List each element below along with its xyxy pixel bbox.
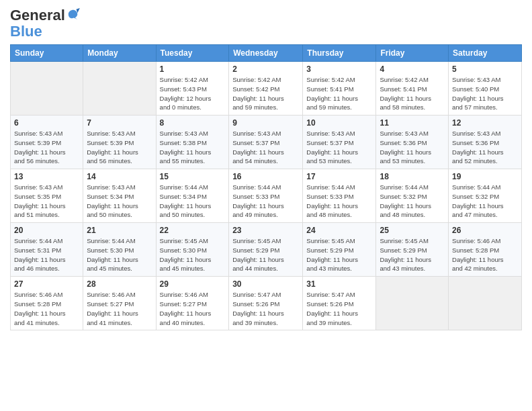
table-row: 19Sunrise: 5:44 AM Sunset: 5:32 PM Dayli… bbox=[449, 169, 522, 223]
logo: General Blue bbox=[10, 7, 80, 40]
day-info: Sunrise: 5:44 AM Sunset: 5:31 PM Dayligh… bbox=[14, 236, 79, 273]
day-number: 16 bbox=[232, 172, 299, 181]
day-info: Sunrise: 5:43 AM Sunset: 5:34 PM Dayligh… bbox=[87, 183, 152, 220]
calendar-week-row: 27Sunrise: 5:46 AM Sunset: 5:28 PM Dayli… bbox=[11, 277, 522, 330]
day-number: 24 bbox=[306, 226, 372, 235]
day-number: 7 bbox=[87, 118, 152, 128]
day-number: 29 bbox=[160, 279, 226, 289]
table-row: 22Sunrise: 5:45 AM Sunset: 5:30 PM Dayli… bbox=[156, 223, 229, 277]
table-row bbox=[449, 277, 522, 330]
day-info: Sunrise: 5:46 AM Sunset: 5:28 PM Dayligh… bbox=[452, 236, 518, 273]
day-info: Sunrise: 5:43 AM Sunset: 5:38 PM Dayligh… bbox=[160, 129, 226, 166]
calendar-week-row: 13Sunrise: 5:43 AM Sunset: 5:35 PM Dayli… bbox=[11, 169, 522, 223]
day-number: 8 bbox=[160, 118, 226, 128]
day-number: 17 bbox=[306, 172, 372, 181]
table-row: 31Sunrise: 5:47 AM Sunset: 5:26 PM Dayli… bbox=[303, 277, 376, 330]
table-row: 2Sunrise: 5:42 AM Sunset: 5:42 PM Daylig… bbox=[229, 62, 303, 116]
day-number: 6 bbox=[14, 118, 79, 128]
day-number: 12 bbox=[452, 118, 518, 128]
day-info: Sunrise: 5:43 AM Sunset: 5:37 PM Dayligh… bbox=[306, 129, 372, 166]
day-number: 5 bbox=[452, 64, 518, 74]
col-header-sunday: Sunday bbox=[11, 45, 83, 62]
page: General Blue SundayMondayTuesdayWednesda… bbox=[0, 0, 532, 411]
day-info: Sunrise: 5:47 AM Sunset: 5:26 PM Dayligh… bbox=[232, 290, 299, 327]
table-row: 11Sunrise: 5:43 AM Sunset: 5:36 PM Dayli… bbox=[376, 116, 449, 169]
logo-bird-icon bbox=[66, 8, 80, 20]
day-info: Sunrise: 5:43 AM Sunset: 5:40 PM Dayligh… bbox=[452, 75, 518, 112]
day-info: Sunrise: 5:42 AM Sunset: 5:41 PM Dayligh… bbox=[306, 75, 372, 112]
calendar-week-row: 1Sunrise: 5:42 AM Sunset: 5:43 PM Daylig… bbox=[11, 62, 522, 116]
day-info: Sunrise: 5:44 AM Sunset: 5:30 PM Dayligh… bbox=[87, 236, 152, 273]
table-row bbox=[376, 277, 449, 330]
day-number: 13 bbox=[14, 172, 79, 181]
table-row: 5Sunrise: 5:43 AM Sunset: 5:40 PM Daylig… bbox=[449, 62, 522, 116]
day-info: Sunrise: 5:43 AM Sunset: 5:39 PM Dayligh… bbox=[87, 129, 152, 166]
table-row: 20Sunrise: 5:44 AM Sunset: 5:31 PM Dayli… bbox=[11, 223, 83, 277]
table-row: 14Sunrise: 5:43 AM Sunset: 5:34 PM Dayli… bbox=[83, 169, 156, 223]
logo-general: General bbox=[10, 7, 65, 24]
table-row: 28Sunrise: 5:46 AM Sunset: 5:27 PM Dayli… bbox=[83, 277, 156, 330]
day-info: Sunrise: 5:46 AM Sunset: 5:27 PM Dayligh… bbox=[87, 290, 152, 327]
table-row: 30Sunrise: 5:47 AM Sunset: 5:26 PM Dayli… bbox=[229, 277, 303, 330]
day-number: 9 bbox=[232, 118, 299, 128]
table-row: 24Sunrise: 5:45 AM Sunset: 5:29 PM Dayli… bbox=[303, 223, 376, 277]
calendar-header-row: SundayMondayTuesdayWednesdayThursdayFrid… bbox=[11, 45, 522, 62]
calendar-week-row: 6Sunrise: 5:43 AM Sunset: 5:39 PM Daylig… bbox=[11, 116, 522, 169]
col-header-monday: Monday bbox=[83, 45, 156, 62]
day-info: Sunrise: 5:43 AM Sunset: 5:36 PM Dayligh… bbox=[380, 129, 445, 166]
table-row: 13Sunrise: 5:43 AM Sunset: 5:35 PM Dayli… bbox=[11, 169, 83, 223]
day-number: 25 bbox=[380, 226, 445, 235]
day-info: Sunrise: 5:42 AM Sunset: 5:42 PM Dayligh… bbox=[232, 75, 299, 112]
day-info: Sunrise: 5:44 AM Sunset: 5:32 PM Dayligh… bbox=[380, 183, 445, 220]
table-row: 21Sunrise: 5:44 AM Sunset: 5:30 PM Dayli… bbox=[83, 223, 156, 277]
table-row: 7Sunrise: 5:43 AM Sunset: 5:39 PM Daylig… bbox=[83, 116, 156, 169]
table-row: 1Sunrise: 5:42 AM Sunset: 5:43 PM Daylig… bbox=[156, 62, 229, 116]
day-info: Sunrise: 5:42 AM Sunset: 5:43 PM Dayligh… bbox=[160, 75, 226, 112]
day-info: Sunrise: 5:43 AM Sunset: 5:36 PM Dayligh… bbox=[452, 129, 518, 166]
day-info: Sunrise: 5:45 AM Sunset: 5:30 PM Dayligh… bbox=[160, 236, 226, 273]
day-info: Sunrise: 5:44 AM Sunset: 5:33 PM Dayligh… bbox=[232, 183, 299, 220]
day-number: 30 bbox=[232, 279, 299, 289]
day-number: 26 bbox=[452, 226, 518, 235]
logo-blue: Blue bbox=[10, 23, 42, 40]
day-info: Sunrise: 5:43 AM Sunset: 5:39 PM Dayligh… bbox=[14, 129, 79, 166]
day-info: Sunrise: 5:43 AM Sunset: 5:37 PM Dayligh… bbox=[232, 129, 299, 166]
day-number: 1 bbox=[160, 64, 226, 74]
day-number: 20 bbox=[14, 226, 79, 235]
header: General Blue bbox=[10, 7, 522, 40]
day-number: 19 bbox=[452, 172, 518, 181]
day-info: Sunrise: 5:42 AM Sunset: 5:41 PM Dayligh… bbox=[380, 75, 445, 112]
day-info: Sunrise: 5:47 AM Sunset: 5:26 PM Dayligh… bbox=[306, 290, 372, 327]
table-row: 3Sunrise: 5:42 AM Sunset: 5:41 PM Daylig… bbox=[303, 62, 376, 116]
day-number: 3 bbox=[306, 64, 372, 74]
day-number: 21 bbox=[87, 226, 152, 235]
col-header-thursday: Thursday bbox=[303, 45, 376, 62]
table-row: 26Sunrise: 5:46 AM Sunset: 5:28 PM Dayli… bbox=[449, 223, 522, 277]
day-number: 28 bbox=[87, 279, 152, 289]
table-row: 18Sunrise: 5:44 AM Sunset: 5:32 PM Dayli… bbox=[376, 169, 449, 223]
table-row: 15Sunrise: 5:44 AM Sunset: 5:34 PM Dayli… bbox=[156, 169, 229, 223]
table-row bbox=[83, 62, 156, 116]
day-info: Sunrise: 5:44 AM Sunset: 5:32 PM Dayligh… bbox=[452, 183, 518, 220]
day-number: 22 bbox=[160, 226, 226, 235]
col-header-wednesday: Wednesday bbox=[229, 45, 303, 62]
day-info: Sunrise: 5:45 AM Sunset: 5:29 PM Dayligh… bbox=[306, 236, 372, 273]
table-row: 10Sunrise: 5:43 AM Sunset: 5:37 PM Dayli… bbox=[303, 116, 376, 169]
day-info: Sunrise: 5:46 AM Sunset: 5:27 PM Dayligh… bbox=[160, 290, 226, 327]
col-header-tuesday: Tuesday bbox=[156, 45, 229, 62]
calendar-week-row: 20Sunrise: 5:44 AM Sunset: 5:31 PM Dayli… bbox=[11, 223, 522, 277]
table-row: 4Sunrise: 5:42 AM Sunset: 5:41 PM Daylig… bbox=[376, 62, 449, 116]
day-info: Sunrise: 5:45 AM Sunset: 5:29 PM Dayligh… bbox=[380, 236, 445, 273]
table-row: 25Sunrise: 5:45 AM Sunset: 5:29 PM Dayli… bbox=[376, 223, 449, 277]
day-number: 14 bbox=[87, 172, 152, 181]
table-row bbox=[11, 62, 83, 116]
day-number: 10 bbox=[306, 118, 372, 128]
day-info: Sunrise: 5:45 AM Sunset: 5:29 PM Dayligh… bbox=[232, 236, 299, 273]
day-number: 11 bbox=[380, 118, 445, 128]
day-number: 23 bbox=[232, 226, 299, 235]
table-row: 6Sunrise: 5:43 AM Sunset: 5:39 PM Daylig… bbox=[11, 116, 83, 169]
table-row: 29Sunrise: 5:46 AM Sunset: 5:27 PM Dayli… bbox=[156, 277, 229, 330]
table-row: 12Sunrise: 5:43 AM Sunset: 5:36 PM Dayli… bbox=[449, 116, 522, 169]
col-header-saturday: Saturday bbox=[449, 45, 522, 62]
day-number: 27 bbox=[14, 279, 79, 289]
